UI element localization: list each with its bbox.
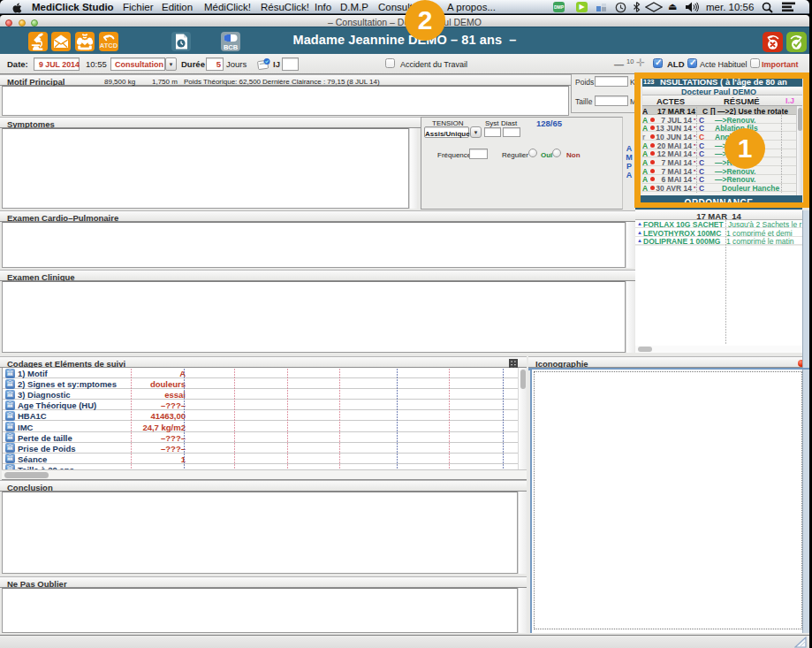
svg-text:ATCD: ATCD (100, 42, 118, 50)
svg-text:BCB: BCB (224, 43, 239, 51)
